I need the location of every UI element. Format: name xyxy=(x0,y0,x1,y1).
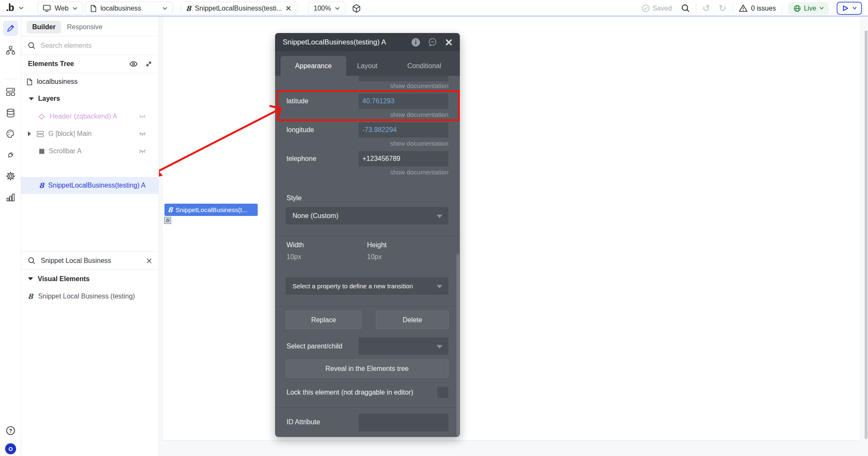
plugins-tab-icon[interactable] xyxy=(3,147,18,163)
width-value: 10px xyxy=(287,253,301,261)
reveal-in-tree-button[interactable]: Reveal in the Elements tree xyxy=(286,359,448,378)
data-tab-icon[interactable] xyxy=(3,105,18,121)
style-dropdown[interactable]: None (Custom) xyxy=(286,207,448,224)
component-cube-icon[interactable] xyxy=(352,4,361,13)
live-environment-dropdown[interactable]: Live xyxy=(788,2,829,15)
tab-responsive[interactable]: Responsive xyxy=(67,23,103,31)
replace-button[interactable]: Replace xyxy=(286,311,362,329)
selected-element-tag[interactable]: 8 SnippetLocalBusiness(t... xyxy=(164,204,258,216)
components-tab-icon[interactable] xyxy=(3,84,18,99)
workflow-tab-icon[interactable] xyxy=(3,43,18,58)
settings-tab-icon[interactable] xyxy=(3,169,18,184)
styles-tab-icon[interactable] xyxy=(3,126,18,141)
tab-appearance[interactable]: Appearance xyxy=(281,56,346,76)
eye-off-icon[interactable] xyxy=(139,131,146,137)
design-canvas[interactable] xyxy=(159,17,868,456)
canvas-scrollbar[interactable] xyxy=(865,30,868,439)
visual-element-snippet[interactable]: 8 Snippet Local Business (testing) xyxy=(28,288,135,305)
chevron-down-icon xyxy=(437,215,442,218)
search-elements-input[interactable] xyxy=(41,42,152,50)
id-attribute-input[interactable] xyxy=(359,414,448,431)
search-icon[interactable] xyxy=(681,4,690,13)
snippet-element-placeholder[interactable]: fr xyxy=(164,217,171,224)
comment-icon[interactable] xyxy=(428,38,437,47)
search-icon xyxy=(28,42,36,50)
delete-button[interactable]: Delete xyxy=(376,311,449,329)
telephone-input[interactable]: +123456789 xyxy=(359,151,448,166)
elements-tree-title: Elements Tree xyxy=(28,60,74,68)
page-icon xyxy=(90,5,97,12)
open-tab-label: SnippetLocalBusiness(testi... xyxy=(195,5,282,12)
field-label-longitude: longitude xyxy=(287,126,314,134)
zoom-level: 100% xyxy=(314,5,331,12)
eye-icon[interactable] xyxy=(129,61,138,67)
info-icon[interactable] xyxy=(411,38,420,47)
rail-divider xyxy=(3,79,18,79)
saved-status: Saved xyxy=(642,4,672,12)
open-element-tab[interactable]: 8 SnippetLocalBusiness(testi... xyxy=(181,2,298,15)
toolbar-separator xyxy=(782,4,782,13)
elements-panel: Builder Responsive Elements Tree localbu… xyxy=(21,17,159,456)
tab-conditional[interactable]: Conditional xyxy=(397,56,451,76)
bubble-logo[interactable]: .b xyxy=(6,2,14,14)
inspector-scrollbar[interactable] xyxy=(456,254,459,436)
account-avatar[interactable]: O xyxy=(3,441,18,456)
parent-child-label: Select parent/child xyxy=(287,343,342,350)
lock-element-checkbox[interactable] xyxy=(437,387,448,398)
svg-text:?: ? xyxy=(9,428,12,434)
design-tab-icon[interactable] xyxy=(3,21,18,36)
chevron-down-icon xyxy=(437,285,442,288)
close-icon[interactable] xyxy=(445,39,452,46)
monitor-icon xyxy=(43,5,51,12)
help-icon[interactable]: ? xyxy=(3,423,18,438)
redo-icon[interactable]: ↻ xyxy=(719,3,726,14)
tree-item-scrollbar[interactable]: Scrollbar A xyxy=(39,143,159,160)
navigation-rail: ? O xyxy=(0,17,21,456)
longitude-input[interactable]: -73.982294 xyxy=(359,122,448,138)
logo-menu-chevron-icon[interactable] xyxy=(19,6,24,10)
tree-item-snippet-selected[interactable]: 8 SnippetLocalBusiness(testing) A xyxy=(21,177,159,194)
block-icon xyxy=(36,130,44,138)
play-icon xyxy=(842,5,849,12)
undo-icon[interactable]: ↺ xyxy=(702,3,710,14)
expand-tree-icon[interactable] xyxy=(145,61,152,67)
eye-off-icon[interactable] xyxy=(139,149,146,154)
inspector-header[interactable]: SnippetLocalBusiness(testing) A xyxy=(275,33,460,51)
caret-down-icon xyxy=(28,277,33,280)
tree-item-page[interactable]: localbusiness xyxy=(27,73,78,90)
elements-tree-header: Elements Tree xyxy=(21,55,159,73)
bubble-editor-window: .b Web localbusiness 8 SnippetLocalBusin… xyxy=(0,0,868,456)
zoom-dropdown[interactable]: 100% xyxy=(308,2,345,15)
eye-off-icon[interactable] xyxy=(139,114,146,119)
chevron-down-icon xyxy=(162,7,167,10)
height-value: 10px xyxy=(367,253,382,261)
inspector-title: SnippetLocalBusiness(testing) A xyxy=(283,38,406,47)
id-attribute-label: ID Attribute xyxy=(287,418,320,426)
platform-dropdown[interactable]: Web xyxy=(37,2,83,15)
transition-dropdown[interactable]: Select a property to define a new transi… xyxy=(286,277,448,295)
page-dropdown[interactable]: localbusiness xyxy=(85,2,173,15)
preview-button[interactable] xyxy=(837,2,862,15)
tab-builder[interactable]: Builder xyxy=(27,21,61,33)
warning-triangle-icon xyxy=(739,4,748,12)
square-icon xyxy=(39,149,45,154)
tree-item-header-zqbackend[interactable]: Header (zqbackend) A xyxy=(38,108,159,125)
cropped-field-input[interactable] xyxy=(359,76,448,81)
show-documentation-link[interactable]: show documentation xyxy=(390,82,448,89)
caret-right-icon[interactable] xyxy=(28,131,31,136)
tree-group-layers[interactable]: Layers xyxy=(29,90,60,107)
clear-search-icon[interactable] xyxy=(146,258,152,264)
diamond-icon xyxy=(38,113,45,120)
close-tab-icon[interactable] xyxy=(286,6,291,11)
parent-child-dropdown[interactable] xyxy=(359,337,448,355)
snippet-icon: 8 xyxy=(28,292,33,301)
show-documentation-link[interactable]: show documentation xyxy=(390,169,448,176)
element-library-search-input[interactable] xyxy=(41,257,141,265)
visual-elements-header[interactable]: Visual Elements xyxy=(28,270,159,288)
tree-item-g-block-main[interactable]: G [block] Main xyxy=(28,125,159,142)
show-documentation-link[interactable]: show documentation xyxy=(390,140,448,147)
tab-layout[interactable]: Layout xyxy=(341,56,394,76)
issues-indicator[interactable]: 0 issues xyxy=(739,4,776,12)
page-surface[interactable] xyxy=(163,17,860,441)
logs-tab-icon[interactable] xyxy=(3,190,18,205)
